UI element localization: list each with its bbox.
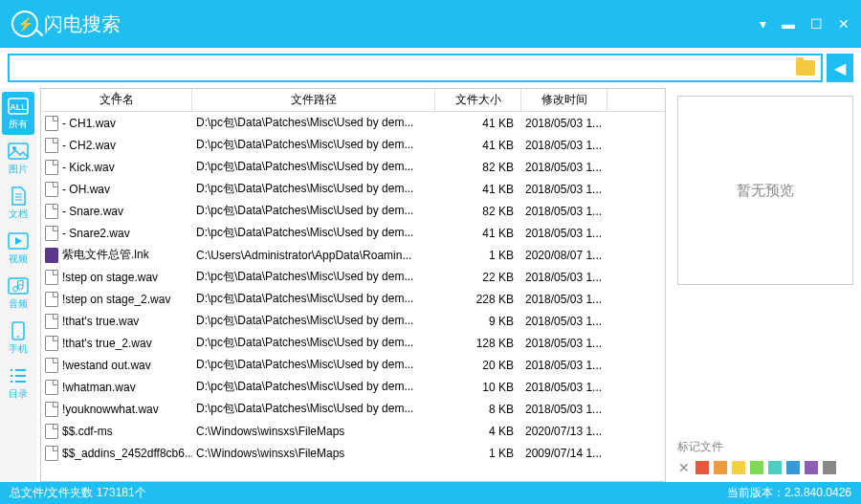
status-file-count: 总文件/文件夹数 173181个 bbox=[10, 485, 146, 501]
file-name: !step on stage.wav bbox=[62, 271, 158, 284]
dropdown-icon[interactable]: ▾ bbox=[760, 16, 766, 32]
table-row[interactable]: !step on stage_2.wavD:\pc包\Data\Patches\… bbox=[41, 288, 665, 310]
file-icon bbox=[45, 138, 58, 153]
file-icon bbox=[45, 226, 58, 241]
cell-size: 4 KB bbox=[435, 425, 521, 438]
table-row[interactable]: !westand out.wavD:\pc包\Data\Patches\Misc… bbox=[41, 354, 665, 376]
cell-mtime: 2018/05/03 1... bbox=[521, 293, 607, 306]
table-row[interactable]: - CH1.wavD:\pc包\Data\Patches\Misc\Used b… bbox=[41, 112, 665, 134]
table-row[interactable]: 紫电文件总管.lnkC:\Users\Administrator\AppData… bbox=[41, 244, 665, 266]
cell-mtime: 2018/05/03 1... bbox=[521, 359, 607, 372]
table-row[interactable]: - Snare.wavD:\pc包\Data\Patches\Misc\Used… bbox=[41, 200, 665, 222]
file-icon bbox=[45, 182, 58, 197]
audio-icon bbox=[7, 275, 30, 296]
cell-path: C:\Windows\winsxs\FileMaps bbox=[192, 447, 435, 460]
svg-point-12 bbox=[17, 336, 19, 338]
cell-name: !step on stage.wav bbox=[41, 270, 192, 285]
app-logo: ⚡ 闪电搜索 bbox=[11, 11, 121, 37]
sidebar-item-document[interactable]: 文档 bbox=[2, 182, 34, 225]
table-row[interactable]: - CH2.wavD:\pc包\Data\Patches\Misc\Used b… bbox=[41, 134, 665, 156]
cell-size: 228 KB bbox=[435, 293, 521, 306]
document-icon bbox=[7, 186, 30, 207]
table-row[interactable]: !that's true.wavD:\pc包\Data\Patches\Misc… bbox=[41, 310, 665, 332]
table-body[interactable]: - CH1.wavD:\pc包\Data\Patches\Misc\Used b… bbox=[41, 112, 665, 481]
cell-path: D:\pc包\Data\Patches\Misc\Used by dem... bbox=[192, 379, 435, 395]
cell-path: D:\pc包\Data\Patches\Misc\Used by dem... bbox=[192, 115, 435, 131]
file-icon bbox=[45, 446, 58, 461]
cell-path: D:\pc包\Data\Patches\Misc\Used by dem... bbox=[192, 357, 435, 373]
tag-color-swatch[interactable] bbox=[823, 461, 836, 474]
cell-mtime: 2018/05/03 1... bbox=[521, 183, 607, 196]
window-controls: ▾ ▬ ☐ ✕ bbox=[760, 16, 850, 32]
cell-name: !that's true_2.wav bbox=[41, 336, 192, 351]
column-header-name[interactable]: ▲文件名 bbox=[41, 89, 192, 111]
file-name: !whatman.wav bbox=[62, 381, 136, 394]
table-row[interactable]: !that's true_2.wavD:\pc包\Data\Patches\Mi… bbox=[41, 332, 665, 354]
cell-path: D:\pc包\Data\Patches\Misc\Used by dem... bbox=[192, 181, 435, 197]
table-row[interactable]: - OH.wavD:\pc包\Data\Patches\Misc\Used by… bbox=[41, 178, 665, 200]
tag-color-swatch[interactable] bbox=[768, 461, 782, 474]
file-name: !that's true.wav bbox=[62, 315, 139, 328]
cell-path: C:\Users\Administrator\AppData\Roamin... bbox=[192, 249, 435, 262]
tag-color-swatch[interactable] bbox=[695, 461, 709, 474]
cell-path: D:\pc包\Data\Patches\Misc\Used by dem... bbox=[192, 335, 435, 351]
cell-name: $$.cdf-ms bbox=[41, 424, 192, 439]
cell-path: D:\pc包\Data\Patches\Misc\Used by dem... bbox=[192, 269, 435, 285]
sidebar-item-label: 手机 bbox=[9, 342, 28, 356]
sidebar-item-video[interactable]: 视频 bbox=[2, 227, 34, 270]
cell-name: - Snare.wav bbox=[41, 204, 192, 219]
cell-size: 20 KB bbox=[435, 359, 521, 372]
file-icon bbox=[45, 358, 58, 373]
all-icon: ALL bbox=[7, 96, 30, 117]
collapse-panel-button[interactable]: ◀ bbox=[827, 54, 853, 82]
cell-path: D:\pc包\Data\Patches\Misc\Used by dem... bbox=[192, 203, 435, 219]
file-name: - CH2.wav bbox=[62, 139, 116, 152]
tag-color-swatch[interactable] bbox=[786, 461, 800, 474]
svg-text:ALL: ALL bbox=[10, 102, 27, 112]
cell-size: 41 KB bbox=[435, 227, 521, 240]
file-name: - CH1.wav bbox=[62, 117, 116, 130]
sidebar-item-label: 图片 bbox=[9, 163, 28, 176]
sidebar-item-audio[interactable]: 音频 bbox=[2, 272, 34, 315]
sidebar-item-image[interactable]: 图片 bbox=[2, 137, 34, 180]
table-row[interactable]: !whatman.wavD:\pc包\Data\Patches\Misc\Use… bbox=[41, 376, 665, 398]
svg-rect-2 bbox=[9, 143, 28, 159]
table-row[interactable]: - Kick.wavD:\pc包\Data\Patches\Misc\Used … bbox=[41, 156, 665, 178]
table-row[interactable]: !youknowwhat.wavD:\pc包\Data\Patches\Misc… bbox=[41, 398, 665, 420]
minimize-button[interactable]: ▬ bbox=[782, 16, 795, 32]
file-icon bbox=[45, 160, 58, 175]
cell-size: 9 KB bbox=[435, 315, 521, 328]
column-header-path[interactable]: 文件路径 bbox=[192, 89, 435, 111]
sidebar-item-all[interactable]: ALL 所有 bbox=[2, 92, 34, 135]
cell-mtime: 2009/07/14 1... bbox=[521, 447, 607, 460]
file-name: - OH.wav bbox=[62, 183, 110, 196]
table-row[interactable]: - Snare2.wavD:\pc包\Data\Patches\Misc\Use… bbox=[41, 222, 665, 244]
titlebar: ⚡ 闪电搜索 ▾ ▬ ☐ ✕ bbox=[0, 0, 861, 48]
table-row[interactable]: !step on stage.wavD:\pc包\Data\Patches\Mi… bbox=[41, 266, 665, 288]
svg-point-9 bbox=[13, 287, 18, 292]
sidebar-item-label: 音频 bbox=[9, 297, 28, 311]
table-row[interactable]: $$.cdf-msC:\Windows\winsxs\FileMaps4 KB2… bbox=[41, 420, 665, 442]
cell-name: - CH2.wav bbox=[41, 138, 192, 153]
tag-color-swatch[interactable] bbox=[732, 461, 745, 474]
column-header-size[interactable]: 文件大小 bbox=[435, 89, 521, 111]
sidebar-item-label: 视频 bbox=[9, 252, 28, 266]
cell-path: C:\Windows\winsxs\FileMaps bbox=[192, 425, 435, 438]
column-header-mtime[interactable]: 修改时间 bbox=[521, 89, 607, 111]
sidebar-item-folder[interactable]: 目录 bbox=[2, 362, 34, 405]
tag-color-swatch[interactable] bbox=[805, 461, 818, 474]
cell-name: !that's true.wav bbox=[41, 314, 192, 329]
tag-color-swatch[interactable] bbox=[750, 461, 763, 474]
tag-color-swatch[interactable] bbox=[714, 461, 727, 474]
close-button[interactable]: ✕ bbox=[838, 16, 850, 32]
file-name: $$_addins_2452dff8cb6... bbox=[62, 447, 192, 460]
table-row[interactable]: $$_addins_2452dff8cb6...C:\Windows\winsx… bbox=[41, 442, 665, 464]
search-input[interactable] bbox=[15, 61, 796, 76]
file-name: - Kick.wav bbox=[62, 161, 115, 174]
maximize-button[interactable]: ☐ bbox=[810, 16, 823, 32]
sidebar-item-mobile[interactable]: 手机 bbox=[2, 317, 34, 360]
sidebar-item-label: 目录 bbox=[9, 387, 28, 401]
cell-mtime: 2018/05/03 1... bbox=[521, 117, 607, 130]
folder-icon[interactable] bbox=[796, 60, 815, 76]
clear-tag-button[interactable]: ✕ bbox=[677, 461, 691, 474]
